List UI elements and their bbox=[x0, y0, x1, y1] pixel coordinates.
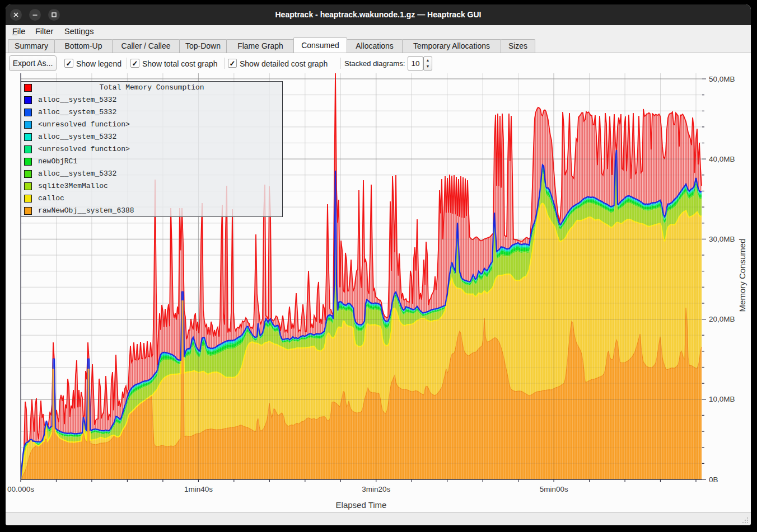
svg-text:1min40s: 1min40s bbox=[184, 485, 213, 493]
svg-text:50,0MB: 50,0MB bbox=[709, 75, 735, 83]
svg-text:Memory Consumed: Memory Consumed bbox=[737, 239, 747, 312]
svg-text:30,0MB: 30,0MB bbox=[709, 235, 735, 243]
svg-text:00.000s: 00.000s bbox=[7, 485, 34, 493]
svg-text:10,0MB: 10,0MB bbox=[709, 395, 735, 403]
svg-text:3min20s: 3min20s bbox=[362, 485, 390, 493]
svg-text:Elapsed Time: Elapsed Time bbox=[336, 500, 387, 510]
svg-text:5min00s: 5min00s bbox=[540, 485, 568, 493]
svg-text:0B: 0B bbox=[709, 475, 718, 484]
svg-text:20,0MB: 20,0MB bbox=[709, 315, 735, 323]
svg-text:40,0MB: 40,0MB bbox=[709, 155, 735, 163]
